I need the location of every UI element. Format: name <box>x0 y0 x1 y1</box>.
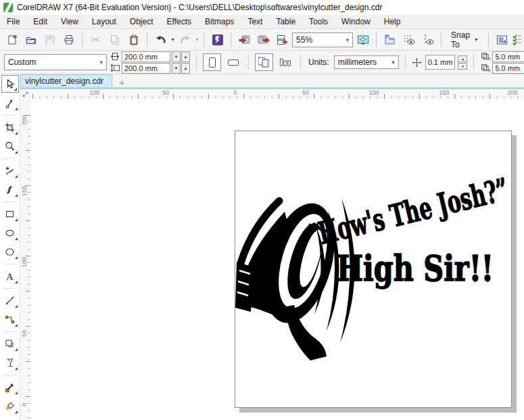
page-size-preset-combobox[interactable]: Custom ▾ <box>4 54 107 70</box>
page-height-field[interactable]: 200.0 mm <box>122 63 170 74</box>
menu-view[interactable]: View <box>54 15 85 28</box>
duplicate-distance-x-icon: x <box>480 51 491 62</box>
menu-window[interactable]: Window <box>335 15 377 28</box>
ruler-mark: 100 <box>368 89 379 96</box>
parallel-dimension-tool[interactable] <box>1 292 19 309</box>
duplicate-distance-y-field[interactable]: 5.0 mm <box>492 63 524 74</box>
chevron-down-icon: ▾ <box>99 59 103 66</box>
chevron-down-icon: ▾ <box>346 37 350 43</box>
toolbar-separator <box>488 32 489 47</box>
color-eyedropper-tool[interactable] <box>1 379 19 396</box>
nudge-offset-icon <box>412 57 423 68</box>
zoom-level-combobox[interactable]: 55% ▾ <box>292 32 353 47</box>
page-width-icon <box>110 51 120 62</box>
cut-icon[interactable]: ✂ <box>87 31 105 49</box>
pick-tool[interactable] <box>1 75 19 93</box>
all-pages-size-button[interactable] <box>276 53 294 71</box>
toolbar-separator <box>441 32 442 47</box>
freehand-tool[interactable] <box>1 162 19 179</box>
duplicate-distance-x-field[interactable]: 5.0 mm <box>492 51 524 62</box>
menu-object[interactable]: Object <box>123 15 160 28</box>
page-width-increase-button[interactable]: ▲ <box>181 51 190 62</box>
svg-text:y: y <box>488 68 491 72</box>
duplicate-distance-y-icon: y <box>480 63 491 74</box>
drop-shadow-tool[interactable] <box>1 335 19 352</box>
transparency-tool[interactable] <box>1 354 19 371</box>
print-icon[interactable] <box>59 31 78 49</box>
crop-tool[interactable] <box>1 119 19 136</box>
paste-icon[interactable] <box>124 31 143 49</box>
menu-text[interactable]: Text <box>241 15 269 28</box>
ruler-mark: 200 <box>21 116 28 125</box>
svg-text:A: A <box>6 272 14 282</box>
redo-icon[interactable] <box>176 31 194 49</box>
landscape-orientation-button[interactable] <box>224 53 242 71</box>
horizontal-ruler-scale: 100 50 0 50 100 150 200 <box>30 89 524 99</box>
portrait-orientation-button[interactable] <box>203 53 221 71</box>
page-width-field[interactable]: 200.0 mm <box>122 51 170 62</box>
undo-dropdown-icon[interactable]: ▼ <box>170 31 175 49</box>
menu-file[interactable]: File <box>0 15 26 28</box>
ruler-origin-icon[interactable] <box>20 89 30 99</box>
units-label: Units: <box>308 57 329 67</box>
page-height-icon <box>110 63 120 74</box>
design-text-line2[interactable]: High Sir!! <box>337 248 494 289</box>
export-icon[interactable] <box>254 31 272 49</box>
import-icon[interactable] <box>235 31 254 49</box>
nudge-increase-button[interactable]: ▲ <box>458 55 467 62</box>
polygon-tool[interactable] <box>1 243 19 260</box>
new-tab-button[interactable]: + <box>112 77 132 87</box>
text-tool[interactable]: A <box>1 268 19 285</box>
page-height-increase-button[interactable]: ▲ <box>181 63 190 74</box>
propbar-separator <box>196 55 197 70</box>
ellipse-tool[interactable] <box>1 225 19 241</box>
show-guidelines-icon[interactable] <box>419 31 437 49</box>
new-document-icon[interactable] <box>3 31 21 49</box>
menu-edit[interactable]: Edit <box>26 15 54 28</box>
open-icon[interactable] <box>22 31 40 49</box>
document-tab[interactable]: vinylcutter_design.cdr <box>20 74 112 87</box>
current-page-size-button[interactable] <box>255 53 273 71</box>
chevron-down-icon: ▼ <box>474 37 479 42</box>
units-value: millimeters <box>338 57 377 67</box>
menu-table[interactable]: Table <box>269 15 302 28</box>
canvas-row: 200 150 100 50 0 <box>20 99 524 420</box>
toolbox-separator <box>3 331 17 332</box>
shape-tool[interactable] <box>1 95 19 112</box>
copy-icon[interactable] <box>105 31 124 49</box>
menu-effects[interactable]: Effects <box>160 15 198 28</box>
page-height-decrease-button[interactable]: ▼ <box>172 63 181 74</box>
menu-help[interactable]: Help <box>377 15 408 28</box>
page-width-decrease-button[interactable]: ▼ <box>172 51 181 62</box>
options-icon[interactable] <box>493 31 511 49</box>
document-tab-bar: vinylcutter_design.cdr + <box>20 74 524 89</box>
undo-icon[interactable] <box>151 31 170 49</box>
coreldraw-app-icon <box>3 3 13 12</box>
units-combobox[interactable]: millimeters ▾ <box>334 55 399 69</box>
snap-to-dropdown[interactable]: Snap To ▼ <box>446 31 484 49</box>
corel-application-launcher-icon[interactable] <box>208 31 227 49</box>
ruler-mark: 100 <box>21 258 28 267</box>
show-rulers-icon[interactable] <box>381 31 399 49</box>
save-icon[interactable] <box>41 31 59 49</box>
nudge-distance-field[interactable]: 0.1 mm <box>425 55 456 70</box>
vinyl-design-artwork[interactable]: “How's The Josh?” High Sir!! <box>235 131 512 408</box>
interactive-fill-tool[interactable] <box>1 398 19 415</box>
drawing-canvas: “How's The Josh?” High Sir!! <box>30 99 524 420</box>
ruler-mark: 50 <box>21 329 28 338</box>
menu-bitmaps[interactable]: Bitmaps <box>198 15 241 28</box>
redo-dropdown-icon[interactable]: ▼ <box>195 31 199 49</box>
full-screen-preview-icon[interactable] <box>354 31 372 49</box>
menu-layout[interactable]: Layout <box>85 15 123 28</box>
design-text-line1[interactable]: “How's The Josh?” <box>304 171 512 254</box>
main-area: A v <box>0 74 524 420</box>
task-list-icon[interactable] <box>512 31 521 49</box>
show-grid-icon[interactable] <box>400 31 418 49</box>
nudge-decrease-button[interactable]: ▼ <box>458 63 467 70</box>
menu-tools[interactable]: Tools <box>302 15 335 28</box>
artistic-media-tool[interactable] <box>1 181 19 198</box>
connector-tool[interactable] <box>1 311 19 328</box>
rectangle-tool[interactable] <box>1 206 19 223</box>
publish-to-pdf-icon[interactable]: PDF <box>273 31 291 49</box>
zoom-tool[interactable] <box>1 138 19 155</box>
